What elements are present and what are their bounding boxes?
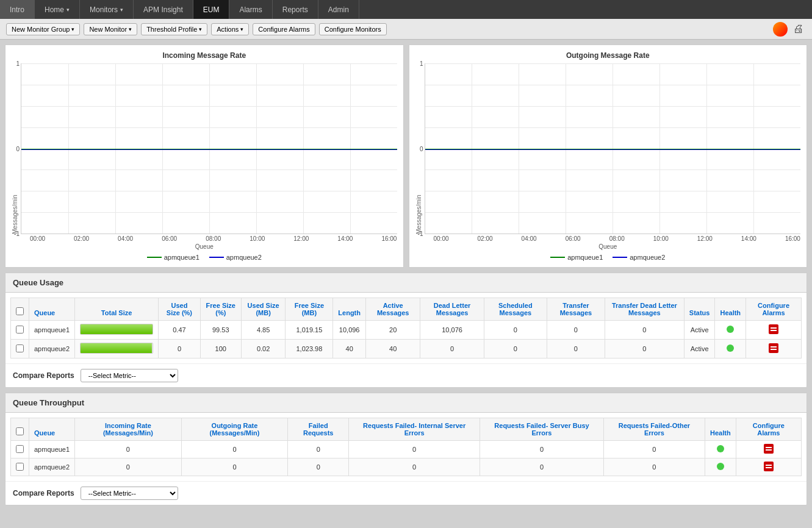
td-length: 40 [333,340,366,359]
td-active-msgs: 20 [366,321,420,340]
nav-intro[interactable]: Intro [0,0,35,19]
th-configure-alarms: Configure Alarms [736,418,801,441]
th-queue: Queue [29,298,75,321]
th-failed-requests: Failed Requests [288,418,349,441]
threshold-profile-arrow: ▾ [199,26,202,32]
nav-monitors[interactable]: Monitors ▾ [80,0,134,19]
th-other-errors: Requests Failed-Other Errors [603,418,705,441]
legend-apmqueue2: apmqueue2 [209,254,262,261]
new-monitor-group-arrow: ▾ [71,26,74,32]
configure-alarms-icon[interactable] [764,444,774,454]
th-outgoing-rate: Outgoing Rate (Messages/Min) [181,418,288,441]
td-incoming: 0 [75,441,182,458]
nav-reports[interactable]: Reports [273,0,318,19]
user-avatar[interactable] [773,22,788,37]
table-row: apmqueue2 0 100 0.02 1,023.98 40 40 0 [11,340,802,359]
configure-alarms-button[interactable]: Configure Alarms [253,23,315,35]
nav-home[interactable]: Home ▾ [35,0,80,19]
queue-throughput-compare-select[interactable]: --Select Metric-- [81,487,178,500]
throughput-row2-checkbox[interactable] [16,463,24,471]
throughput-row1-checkbox[interactable] [16,445,24,453]
configure-alarms-icon[interactable] [769,343,778,353]
outgoing-x-label: Queue [415,243,801,250]
queue-throughput-header: Queue Throughput [5,393,807,413]
row2-checkbox[interactable] [16,344,24,352]
incoming-chart-area: Messages/min 1 0 -1 [12,63,397,234]
th-active-messages: Active Messages [366,298,420,321]
print-icon[interactable]: 🖨 [791,22,806,37]
nav-alarms[interactable]: Alarms [229,0,272,19]
health-green-dot [717,463,724,470]
th-scheduled-messages: Scheduled Messages [484,298,547,321]
nav-home-arrow: ▾ [66,7,70,13]
td-free-mb: 1,023.98 [286,340,333,359]
toolbar: New Monitor Group ▾ New Monitor ▾ Thresh… [0,19,812,40]
td-internal-err: 0 [349,458,480,476]
td-status: Active [684,321,715,340]
td-failed: 0 [288,458,349,476]
incoming-chart-inner: 1 0 -1 [21,63,397,234]
threshold-profile-button[interactable]: Threshold Profile ▾ [141,23,207,35]
y-tick-min: -1 [418,230,423,237]
td-status: Active [684,340,715,359]
nav-monitors-arrow: ▾ [120,7,123,13]
table-row: apmqueue2 0 0 0 0 0 0 [11,458,802,476]
td-queue-name: apmqueue2 [29,340,75,359]
queue-usage-compare-label: Compare Reports [13,371,74,380]
td-transfer-dead: 0 [605,321,684,340]
queue-usage-table: Queue Total Size Used Size (%) Free Size… [10,298,802,359]
health-green-dot [717,445,724,452]
td-active-msgs: 40 [366,340,420,359]
td-dead-letter: 0 [420,340,484,359]
td-server-busy: 0 [480,441,604,458]
select-all-checkbox[interactable] [16,307,24,315]
queue-throughput-panel: Queue Throughput Queue Incoming Rate (Me… [5,393,807,505]
td-free-mb: 1,019.15 [286,321,333,340]
th-configure-alarms: Configure Alarms [746,298,802,321]
queue-usage-compare-select[interactable]: --Select Metric-- [81,369,178,382]
td-checkbox [11,321,29,340]
th-dead-letter-messages: Dead Letter Messages [420,298,484,321]
queue-throughput-compare-row: Compare Reports --Select Metric-- [5,481,807,505]
td-free-pct: 100 [200,340,241,359]
new-monitor-button[interactable]: New Monitor ▾ [84,23,137,35]
configure-alarms-icon[interactable] [769,324,778,334]
td-transfer-dead: 0 [605,340,684,359]
th-total-size: Total Size [75,298,159,321]
td-used-mb: 0.02 [241,340,286,359]
td-other-err: 0 [603,458,705,476]
outgoing-legend-apmqueue1: apmqueue1 [550,254,603,261]
th-transfer-dead-letter: Transfer Dead Letter Messages [605,298,684,321]
new-monitor-group-button[interactable]: New Monitor Group ▾ [6,23,80,35]
incoming-message-rate-chart: Incoming Message Rate Messages/min 1 0 -… [5,45,404,268]
progress-bar-fill [81,324,152,334]
outgoing-chart-title: Outgoing Message Rate [415,51,801,60]
legend-apmqueue1-line [147,257,162,258]
queue-usage-header: Queue Usage [5,273,807,293]
charts-row: Incoming Message Rate Messages/min 1 0 -… [5,45,807,268]
configure-monitors-button[interactable]: Configure Monitors [319,23,387,35]
td-health [705,458,736,476]
td-other-err: 0 [603,441,705,458]
queue-throughput-table: Queue Incoming Rate (Messages/Min) Outgo… [10,418,802,476]
td-configure-alarms [746,321,802,340]
td-configure-alarms [736,458,801,476]
configure-alarms-icon[interactable] [764,462,774,471]
nav-admin[interactable]: Admin [318,0,359,19]
outgoing-chart-area: Messages/min 1 0 -1 [415,63,801,234]
throughput-select-all[interactable] [16,427,24,435]
td-queue-name: apmqueue2 [29,458,75,476]
nav-apm-insight[interactable]: APM Insight [134,0,193,19]
top-navigation: Intro Home ▾ Monitors ▾ APM Insight EUM … [0,0,812,19]
incoming-zero-line-blue [21,149,397,150]
nav-eum[interactable]: EUM [193,0,230,19]
actions-button[interactable]: Actions ▾ [211,23,249,35]
td-free-pct: 99.53 [200,321,241,340]
td-health [705,441,736,458]
row1-checkbox[interactable] [16,326,24,334]
y-tick-min: -1 [14,230,20,237]
y-tick-zero: 0 [16,145,20,152]
table-row: apmqueue1 0.47 99.53 4.85 1,019.15 10,09… [11,321,802,340]
progress-bar-wrap [80,343,153,354]
y-tick-max: 1 [420,60,423,67]
